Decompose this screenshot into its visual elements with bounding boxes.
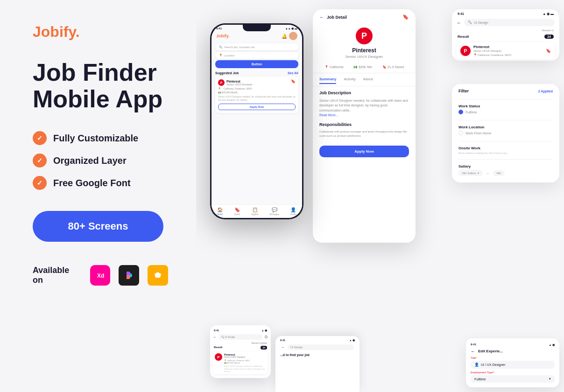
phone-header: Jobify. 🔔 <box>212 30 302 42</box>
screens-button[interactable]: 80+ Screens <box>33 211 163 242</box>
detail-apply-button[interactable]: Apply Now <box>319 146 409 157</box>
headline-line1: Job Finder <box>33 59 168 86</box>
screens-label: 80+ Screens <box>68 220 128 232</box>
sp-status: 9:41 ▲ ◉ <box>210 328 271 333</box>
profile-icon: 👤 <box>290 207 296 212</box>
resp-title: Responsibilities <box>319 122 409 128</box>
job-company: Pinterest <box>226 80 253 83</box>
phone-inner: 9:41 ▲▲ ◉ ▬ Jobify. 🔔 🔍 Search job, comp… <box>212 25 302 218</box>
feature-label-2: Organized Layer <box>53 155 127 166</box>
results-search-box[interactable]: 🔍 UI Design <box>464 19 555 26</box>
result-label: Result <box>458 35 469 39</box>
tab-activity[interactable]: Activity <box>344 77 355 84</box>
ep-title: Edit Experie... <box>478 349 503 353</box>
min-salary-box[interactable]: Min Sallary ▾ <box>458 170 483 176</box>
read-more-link[interactable]: Read More... <box>319 113 338 117</box>
bell-icon: 🔔 <box>282 34 287 39</box>
detail-company-role: Senior UI/UX Designer <box>313 55 416 59</box>
filter-panel: Filter 2 Applied Work Status Fulltime Wo… <box>452 84 559 182</box>
desc-title: Job Description <box>319 90 409 97</box>
detail-company-name: Pinterest <box>313 47 416 54</box>
signal-icons: ▲▲ ◉ ▬ <box>285 27 297 30</box>
sp-result-count: 24 <box>261 346 267 350</box>
figma-icon <box>119 265 139 286</box>
mockups-area: 9:41 ▲▲ ◉ ▬ Jobify. 🔔 🔍 Search job, comp… <box>196 0 564 392</box>
result-company: Pinterest <box>473 45 543 49</box>
search-text: UI Design <box>474 21 488 24</box>
search-bar[interactable]: 🔍 Search job, company etc <box>215 43 298 50</box>
tab-summary[interactable]: Summary <box>319 77 336 84</box>
onsite-desc: Book without waiting for the host to res… <box>458 152 553 154</box>
messages-icon: 💬 <box>272 207 277 212</box>
bp-heading: ...d to find your job <box>278 351 357 357</box>
sp-filter-icon[interactable]: ⚙ <box>264 335 268 339</box>
detail-company-logo: P <box>356 28 373 44</box>
nav-profile[interactable]: 👤 Profile <box>290 207 296 216</box>
button-label: Button <box>252 63 262 66</box>
location-bar[interactable]: 📍 Location <box>215 52 298 59</box>
bookmark-result-icon[interactable]: 🔖 <box>546 49 551 53</box>
nav-home[interactable]: 🏠 Home <box>217 207 223 216</box>
sp-search-box[interactable]: 🔍 UI Design <box>219 334 262 340</box>
features-list: ✓ Fully Customizable ✓ Organized Layer ✓… <box>33 131 168 190</box>
bookmark-icon[interactable]: 🔖 <box>291 79 296 84</box>
detail-company: P Pinterest Senior UI/UX Designer <box>313 23 416 62</box>
filter-salary: Sallary Min Sallary ▾ — Min <box>452 162 559 178</box>
results-time: 9:41 <box>458 12 464 16</box>
recent-label: Recent U <box>452 28 559 33</box>
small-phone-bl: 9:41 ▲ ◉ ← 🔍 UI Design ⚙ Recent Update R… <box>210 325 271 378</box>
chevron-down-icon: ▾ <box>478 171 479 175</box>
detail-panel: ← Job Detail 🔖 P Pinterest Senior UI/UX … <box>313 9 416 243</box>
salary-meta: 💵 $20k /Mo <box>353 65 372 69</box>
bp-search-box[interactable]: UI Design <box>288 344 354 350</box>
apply-btn[interactable]: Apply Now <box>218 104 296 110</box>
filter-location-label: Work From Home <box>465 132 491 135</box>
available-on: Available on Xd <box>33 265 168 286</box>
check-icon-1: ✓ <box>33 131 47 145</box>
sp-job-info: Pinterest Senior UI/UX Designer 📍 Califo… <box>224 353 266 372</box>
logo: Jobify. <box>33 23 168 41</box>
filter-option-wfh[interactable]: Work From Home <box>458 131 553 135</box>
results-back-icon[interactable]: ← <box>457 20 461 25</box>
back-icon[interactable]: ← <box>319 14 324 20</box>
detail-title: Job Detail <box>327 15 347 20</box>
filter-title: Filter <box>458 89 469 93</box>
bp-back-icon[interactable]: ← <box>281 345 285 350</box>
work-location-title: Work Location <box>458 125 553 129</box>
max-salary-box[interactable]: Min <box>493 170 505 176</box>
result-count: 24 <box>544 35 554 39</box>
headline-line2: Mobile App <box>33 86 168 112</box>
location-icon-sm: 📍 <box>218 87 221 90</box>
job-description: Senior UI/UX Designer needed, for collab… <box>218 95 296 102</box>
divider-2 <box>458 120 553 120</box>
ep-employment-label: Employment Type* <box>466 370 559 374</box>
salary-title: Sallary <box>458 164 553 168</box>
ep-title-field[interactable]: 👤 UI / UX Designer <box>471 361 555 369</box>
search-icon: 🔍 <box>219 45 222 49</box>
main-phone: 9:41 ▲▲ ◉ ▬ Jobify. 🔔 🔍 Search job, comp… <box>210 23 303 219</box>
ep-back-icon[interactable]: ← <box>471 349 475 354</box>
nav-saved[interactable]: 🔖 Saved <box>234 207 240 216</box>
ep-employment-value: Fulltime <box>474 378 486 381</box>
bookmark-detail-icon[interactable]: 🔖 <box>402 14 409 20</box>
result-row: Result 24 <box>452 33 559 41</box>
job-card-1[interactable]: P Pinterest Senior UI/UX Designer 🔖 📍 Ca… <box>215 77 298 113</box>
tab-about[interactable]: About <box>363 77 373 84</box>
location-icon: 📍 <box>219 54 222 57</box>
cta-button[interactable]: Button <box>215 60 298 68</box>
job-salary: 💵 $25,000 /Month <box>218 91 296 94</box>
result-item-1[interactable]: P Pinterest Senior UI/UX Designer 📍 Cali… <box>457 42 555 59</box>
sp-job-item[interactable]: P Pinterest Senior UI/UX Designer 📍 Cali… <box>213 351 268 374</box>
filter-option-fulltime[interactable]: Fulltime <box>458 110 553 114</box>
job-location: California, Freelance ,WFO <box>224 87 252 90</box>
filter-work-location: Work Location Work From Home <box>452 123 559 138</box>
sp-back-icon[interactable]: ← <box>213 335 217 339</box>
suggested-label: Suggested Job <box>215 71 239 75</box>
nav-messages[interactable]: 💬 Messages <box>269 207 279 216</box>
ep-signal: ▲ ◉ <box>549 343 555 346</box>
result-info-1: Pinterest Senior UI/UX Designer 📍 Califo… <box>473 45 543 56</box>
see-all[interactable]: See All <box>288 71 298 75</box>
avatar <box>289 32 297 40</box>
nav-applied[interactable]: 📋 Applied <box>251 207 258 216</box>
ep-employment-select[interactable]: Fulltime ▾ <box>471 375 555 383</box>
